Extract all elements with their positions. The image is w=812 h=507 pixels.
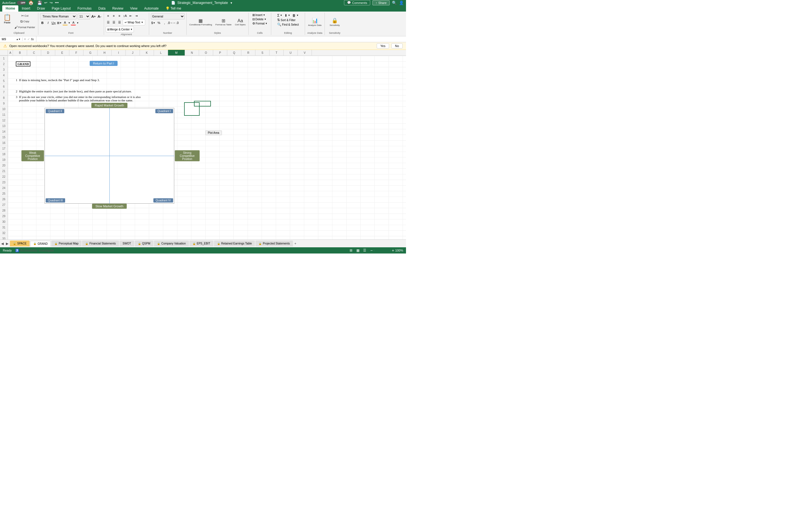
sum-button[interactable]: Σ ▼ ⬇ ▼ 🗑 ▼ — [277, 13, 299, 17]
sheet-tab-perceptual-map[interactable]: 🔒 Perceptual Map — [51, 240, 82, 246]
row-4[interactable]: 4 — [0, 73, 8, 78]
row-25[interactable]: 25 — [0, 191, 8, 196]
row-21[interactable]: 21 — [0, 168, 8, 174]
align-top-left-button[interactable]: ≡ — [106, 13, 111, 18]
tab-insert[interactable]: Insert — [18, 5, 34, 11]
zoom-in-button[interactable]: + — [392, 248, 394, 252]
col-header-K[interactable]: K — [140, 50, 154, 55]
row-28[interactable]: 28 — [0, 208, 8, 214]
bold-button[interactable]: B — [40, 20, 45, 25]
zoom-slider[interactable] — [374, 250, 391, 251]
tab-review[interactable]: Review — [109, 5, 126, 11]
sheet-tab-qspm[interactable]: 🔒 QSPM — [135, 240, 153, 246]
col-header-E[interactable]: E — [55, 50, 69, 55]
sheet-tab-space[interactable]: 🔒 SPACE — [10, 240, 30, 246]
font-size-select[interactable]: 11 — [78, 13, 90, 19]
row-17[interactable]: 17 — [0, 146, 8, 152]
row-33[interactable]: 33 — [0, 236, 8, 239]
col-header-R[interactable]: R — [241, 50, 255, 55]
title-dropdown-icon[interactable]: ▼ — [230, 1, 233, 4]
name-box[interactable]: M9 ▲▼ — [0, 38, 22, 41]
col-header-F[interactable]: F — [69, 50, 84, 55]
tab-draw[interactable]: Draw — [34, 5, 48, 11]
sheet-tab-swot[interactable]: SWOT — [119, 240, 134, 246]
undo-icon[interactable]: ↩ — [44, 1, 47, 5]
sheet-nav-prev-button[interactable]: ◀ — [0, 242, 5, 245]
col-header-L[interactable]: L — [154, 50, 168, 55]
font-color-dropdown[interactable]: ▼ — [77, 22, 79, 24]
col-header-A[interactable]: A — [8, 50, 13, 55]
row-23[interactable]: 23 — [0, 180, 8, 185]
save-icon[interactable]: 💾 — [37, 1, 42, 5]
row-11[interactable]: 11 — [0, 112, 8, 118]
sum-dropdown-icon[interactable]: ▼ — [280, 14, 282, 17]
row-16[interactable]: 16 — [0, 140, 8, 146]
add-sheet-button[interactable]: + — [293, 242, 297, 245]
row-14[interactable]: 14 — [0, 129, 8, 135]
col-header-P[interactable]: P — [213, 50, 227, 55]
redo-icon[interactable]: ↪ — [50, 1, 53, 5]
fill-button[interactable]: ⬇ — [285, 13, 287, 17]
merge-center-button[interactable]: ⊞ Merge & Center ▼ — [106, 26, 134, 33]
format-as-table-button[interactable]: ⊞ Format as Table — [214, 17, 233, 27]
sheet-tab-financial-statements[interactable]: 🔒 Financial Statements — [82, 240, 119, 246]
row-31[interactable]: 31 — [0, 225, 8, 230]
row-6[interactable]: 6 — [0, 84, 8, 90]
sheet-tab-grand[interactable]: 🔒 GRAND — [30, 241, 51, 246]
format-painter-button[interactable]: 🖌 Format Painter — [13, 25, 36, 30]
row-26[interactable]: 26 — [0, 196, 8, 202]
fill-color-button[interactable]: A — [63, 20, 68, 25]
format-dropdown-icon[interactable]: ▼ — [265, 22, 267, 25]
font-color-button[interactable]: A — [71, 20, 76, 25]
col-header-C[interactable]: C — [27, 50, 41, 55]
copy-button[interactable]: ⧉ Copy — [13, 19, 36, 24]
share-button[interactable]: ↑ Share — [372, 0, 390, 5]
paste-button[interactable]: 📋 Paste — [2, 13, 13, 24]
number-format-select[interactable]: General — [151, 13, 185, 19]
analyze-data-button[interactable]: 📊 Analyze Data — [307, 17, 323, 27]
text-direction-button[interactable]: ↕A — [123, 13, 128, 18]
col-header-O[interactable]: O — [199, 50, 213, 55]
sensitivity-button[interactable]: 🔒 Sensitivity — [328, 17, 341, 27]
underline-button[interactable]: U ▼ — [51, 20, 56, 25]
row-32[interactable]: 32 — [0, 230, 8, 236]
row-13[interactable]: 13 — [0, 123, 8, 129]
zoom-out-button[interactable]: − — [370, 248, 372, 252]
account-icon[interactable]: 👤 — [399, 1, 404, 5]
delete-dropdown-icon[interactable]: ▼ — [264, 18, 266, 20]
return-to-part1-button[interactable]: Return to Part I — [90, 61, 117, 66]
sheet-tab-retained-earnings[interactable]: 🔒 Retained Earnings Table — [214, 240, 255, 246]
row-10[interactable]: 10 — [0, 107, 8, 112]
row-9[interactable]: 9 — [0, 101, 8, 107]
page-layout-view-button[interactable]: ▦ — [355, 247, 361, 253]
currency-button[interactable]: $▼ — [151, 20, 156, 25]
increase-decimal-button[interactable]: ←.0 — [173, 20, 179, 25]
border-button[interactable]: ⊞▼ — [57, 20, 62, 25]
more-commands-icon[interactable]: ••• — [55, 1, 59, 5]
cancel-formula-button[interactable]: ✕ — [24, 38, 26, 41]
row-12[interactable]: 12 — [0, 118, 8, 123]
row-30[interactable]: 30 — [0, 219, 8, 225]
format-button[interactable]: ⚙ Format ▼ — [252, 22, 267, 25]
increase-font-button[interactable]: A+ — [91, 14, 96, 19]
percent-button[interactable]: % — [156, 20, 161, 25]
insert-dropdown-icon[interactable]: ▼ — [263, 14, 265, 16]
sort-filter-button[interactable]: ⇅ Sort & Filter — [277, 18, 296, 22]
col-header-V[interactable]: V — [298, 50, 312, 55]
indent-decrease-button[interactable]: ⇤ — [128, 13, 133, 18]
decrease-font-button[interactable]: A- — [97, 14, 102, 19]
row-15[interactable]: 15 — [0, 135, 8, 140]
tab-tell-me[interactable]: 💡 Tell me — [162, 5, 185, 11]
conditional-formatting-button[interactable]: ▦ Conditional Formatting — [188, 17, 213, 27]
row-29[interactable]: 29 — [0, 214, 8, 219]
delete-button[interactable]: ⊟ Delete ▼ — [252, 17, 266, 21]
row-18[interactable]: 18 — [0, 152, 8, 157]
notification-no-button[interactable]: No — [391, 43, 403, 48]
align-top-right-button[interactable]: ≡ — [117, 13, 122, 18]
cut-button[interactable]: ✂ Cut — [13, 13, 36, 18]
row-22[interactable]: 22 — [0, 174, 8, 180]
indent-increase-button[interactable]: ⇥ — [134, 13, 139, 18]
align-bottom-right-button[interactable]: ☰ — [117, 20, 122, 25]
row-19[interactable]: 19 — [0, 157, 8, 163]
insert-button[interactable]: ⊞ Insert ▼ — [252, 13, 265, 17]
